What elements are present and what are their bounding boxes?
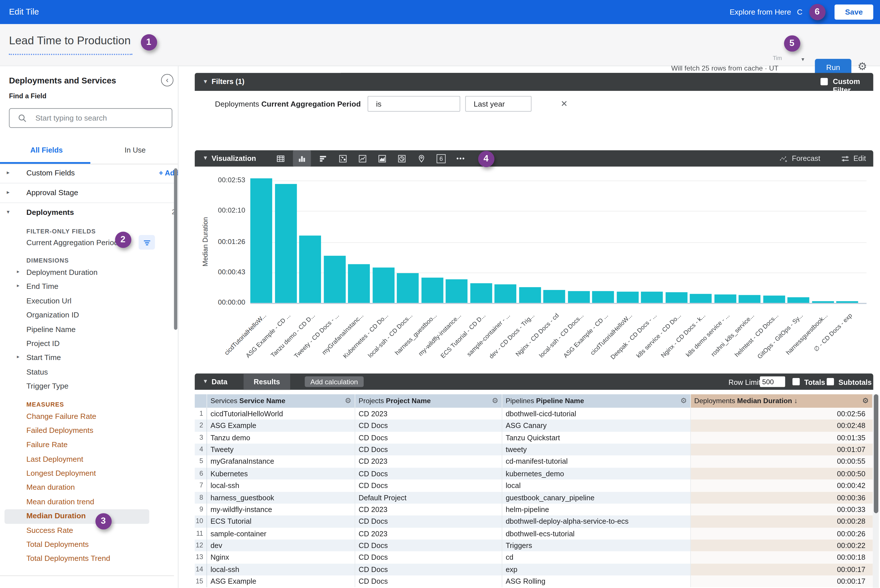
subtotals-checkbox[interactable] xyxy=(827,378,834,386)
gear-icon[interactable]: ⚙ xyxy=(680,394,687,408)
chart-bar[interactable] xyxy=(592,291,614,303)
sidebar-item-custom-fields[interactable]: ▸ Custom Fields + Add xyxy=(0,164,174,183)
chart-bar[interactable] xyxy=(714,294,736,303)
forecast-button[interactable]: Forecast xyxy=(792,154,820,163)
edit-viz-button[interactable]: Edit xyxy=(853,154,866,163)
table-row[interactable]: 14local-sshCD Docsexp00:00:17 xyxy=(195,563,872,575)
column-header-median-duration[interactable]: Deployments Median Duration ↓⚙ xyxy=(691,394,872,408)
sidebar-measure-success-rate[interactable]: Success Rate xyxy=(0,524,174,538)
chart-bar[interactable] xyxy=(543,290,565,303)
viz-type-column-chart-icon[interactable] xyxy=(293,150,311,166)
viz-type-single-value-icon[interactable]: 6 xyxy=(434,152,448,165)
sidebar-measure-mean-duration[interactable]: Mean duration xyxy=(0,481,174,495)
sidebar-measure-failure-rate[interactable]: Failure Rate xyxy=(0,438,174,453)
table-row[interactable]: 8harness_guestbookDefault Projectguestbo… xyxy=(195,492,872,504)
sidebar-dimension-trigger-type[interactable]: Trigger Type xyxy=(0,380,174,394)
sidebar-dimension-deployment-duration[interactable]: ▸Deployment Duration xyxy=(0,266,174,280)
table-scrollbar-thumb[interactable] xyxy=(873,394,878,513)
caret-down-icon[interactable]: ▼ xyxy=(203,155,208,161)
timezone-label[interactable]: Tim xyxy=(773,55,782,61)
tab-all-fields[interactable]: All Fields xyxy=(30,146,63,154)
viz-type-table-icon[interactable] xyxy=(273,152,288,165)
sidebar-scrollbar[interactable] xyxy=(174,168,178,330)
chart-bar[interactable] xyxy=(836,302,858,303)
table-row[interactable]: 6KubernetesCD Docskubernetes_demo00:00:5… xyxy=(195,468,872,480)
row-limit-input[interactable] xyxy=(760,376,785,387)
tab-in-use[interactable]: In Use xyxy=(125,146,146,154)
caret-down-icon[interactable]: ▾ xyxy=(7,208,10,215)
remove-filter-icon[interactable]: ✕ xyxy=(561,99,568,109)
table-row[interactable]: 1cicdTutorialHelloWorldCD 2023dbothwell-… xyxy=(195,408,872,420)
chart-bar[interactable] xyxy=(739,295,761,303)
viz-type-area-chart-icon[interactable] xyxy=(375,152,390,165)
gear-icon[interactable]: ⚙ xyxy=(857,60,867,73)
sidebar-measure-mean-duration-trend[interactable]: Mean duration trend xyxy=(0,495,174,509)
column-header-project-name[interactable]: Projects Project Name⚙ xyxy=(355,394,502,408)
chevron-down-icon[interactable]: ▾ xyxy=(801,56,804,62)
chart-bar[interactable] xyxy=(690,294,712,303)
chart-bar[interactable] xyxy=(348,264,370,303)
chart-bar[interactable] xyxy=(275,184,297,303)
sidebar-dimension-organization-id[interactable]: Organization ID xyxy=(0,309,174,323)
chart-bar[interactable] xyxy=(494,285,516,303)
caret-down-icon[interactable]: ▼ xyxy=(203,378,208,384)
cancel-link[interactable]: C xyxy=(797,8,802,16)
field-search[interactable] xyxy=(9,108,172,128)
viz-type-donut-icon[interactable] xyxy=(394,152,409,165)
gear-icon[interactable]: ⚙ xyxy=(345,394,351,408)
sidebar-measure-median-duration[interactable]: Median Duration xyxy=(5,509,149,524)
search-input[interactable] xyxy=(34,110,168,127)
add-calculation-button[interactable]: Add calculation xyxy=(305,376,364,387)
caret-down-icon[interactable]: ▼ xyxy=(203,79,208,85)
table-row[interactable]: 9my-wildfly-instanceCD 2023helm-pipeline… xyxy=(195,504,872,516)
chart-bar[interactable] xyxy=(250,178,272,303)
totals-checkbox[interactable] xyxy=(793,378,800,386)
chart-bar[interactable] xyxy=(421,278,443,303)
table-row[interactable]: 10ECS TutorialCD Docsdbothwell-deploy-al… xyxy=(195,515,872,527)
caret-right-icon[interactable]: ▸ xyxy=(17,354,20,360)
table-row[interactable]: 2ASG ExampleCD DocsASG Canary00:02:48 xyxy=(195,420,872,432)
sidebar-dimension-start-time[interactable]: ▸Start Time xyxy=(0,351,174,366)
column-header-service-name[interactable]: Services Service Name⚙ xyxy=(207,394,355,408)
column-header-pipeline-name[interactable]: Pipelines Pipeline Name⚙ xyxy=(502,394,691,408)
sidebar-measure-longest-deployment[interactable]: Longest Deployment xyxy=(0,466,174,481)
table-row[interactable]: 11sample-containerCD 2023dbothwell-ecs-t… xyxy=(195,527,872,539)
sidebar-dimension-project-id[interactable]: Project ID xyxy=(0,337,174,351)
chart-bar[interactable] xyxy=(323,255,346,303)
custom-filter-checkbox[interactable] xyxy=(821,78,828,86)
sidebar-measure-last-deployment[interactable]: Last Deployment xyxy=(0,453,174,467)
caret-right-icon[interactable]: ▸ xyxy=(7,170,10,176)
chart-bar[interactable] xyxy=(763,296,785,303)
chart-bar[interactable] xyxy=(470,283,492,303)
chart-bar[interactable] xyxy=(519,287,541,303)
chart-bar[interactable] xyxy=(446,279,468,303)
chart-bar[interactable] xyxy=(787,297,809,303)
collapse-sidebar-icon[interactable]: ‹ xyxy=(161,74,173,86)
viz-type-line-chart-icon[interactable] xyxy=(355,152,370,165)
chart-bar[interactable] xyxy=(812,302,834,303)
caret-right-icon[interactable]: ▸ xyxy=(7,189,10,195)
sidebar-dimension-pipeline-name[interactable]: Pipeline Name xyxy=(0,323,174,337)
sidebar-measure-total-deployments[interactable]: Total Deployments xyxy=(0,538,174,552)
chart-bar[interactable] xyxy=(299,236,321,303)
table-row[interactable]: 5myGrafanaInstanceCD 2023cd-manifest-tut… xyxy=(195,456,872,468)
sidebar-dimension-execution-url[interactable]: Execution Url xyxy=(0,294,174,309)
viz-type-more-icon[interactable]: ••• xyxy=(453,152,468,165)
field-current-aggregation-period[interactable]: Current Aggregation Period xyxy=(0,237,174,250)
tile-title[interactable]: Lead Time to Production xyxy=(9,34,131,47)
viz-type-scatter-icon[interactable] xyxy=(335,152,350,165)
sidebar-item-approval-stage[interactable]: ▸ Approval Stage xyxy=(0,183,174,203)
chart-bar[interactable] xyxy=(397,273,419,303)
gear-icon[interactable]: ⚙ xyxy=(862,394,869,408)
table-row[interactable]: 7local-sshCD Docslocal00:00:42 xyxy=(195,480,872,492)
results-tab[interactable]: Results xyxy=(244,374,290,390)
sidebar-dimension-status[interactable]: Status xyxy=(0,365,174,380)
chart-bar[interactable] xyxy=(617,291,638,303)
chart-bar[interactable] xyxy=(665,292,687,303)
sidebar-measure-change-failure-rate[interactable]: Change Failure Rate xyxy=(0,410,174,424)
caret-right-icon[interactable]: ▸ xyxy=(17,268,20,274)
viz-type-map-pin-icon[interactable] xyxy=(414,152,429,165)
filters-panel-header[interactable]: ▼ Filters (1) Custom Filter xyxy=(195,73,873,91)
chart-bar[interactable] xyxy=(372,267,394,303)
caret-right-icon[interactable]: ▸ xyxy=(17,283,20,289)
